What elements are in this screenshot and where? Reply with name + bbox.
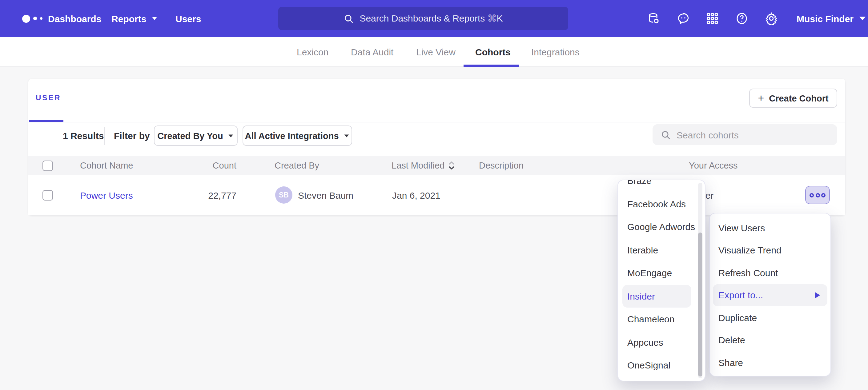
col-last-modified-label: Last Modified	[392, 161, 445, 170]
tab-live-view-label: Live View	[416, 47, 456, 57]
avatar: SB	[275, 186, 292, 204]
brand-logo-icon[interactable]	[22, 0, 42, 37]
nav-users[interactable]: Users	[176, 0, 201, 37]
search-icon	[660, 129, 671, 140]
cohort-name-link[interactable]: Power Users	[80, 175, 133, 215]
active-tab-indicator	[464, 65, 519, 67]
last-modified-value: Jan 6, 2021	[392, 175, 440, 215]
menu-item-visualize-trend[interactable]: Visualize Trend	[710, 239, 831, 261]
chevron-down-icon	[229, 134, 233, 137]
app-root: Dashboards Reports Users Search Dashboar…	[0, 0, 868, 390]
chevron-down-icon	[344, 134, 349, 137]
menu-item-share[interactable]: Share	[710, 351, 831, 374]
col-last-modified[interactable]: Last Modified	[392, 156, 455, 175]
menu-item-view-users[interactable]: View Users	[710, 217, 831, 239]
global-search-input[interactable]: Search Dashboards & Reports ⌘K	[278, 7, 568, 30]
submenu-item-onesignal[interactable]: OneSignal	[618, 354, 705, 377]
tab-live-view[interactable]: Live View	[416, 37, 456, 67]
top-nav: Dashboards Reports Users Search Dashboar…	[0, 0, 868, 37]
col-your-access-label: Your Access	[689, 161, 738, 170]
tab-data-audit-label: Data Audit	[351, 47, 393, 57]
col-cohort-name[interactable]: Cohort Name	[80, 156, 133, 175]
integrations-filter[interactable]: All Active Integrations	[243, 126, 352, 146]
global-search-placeholder: Search Dashboards & Reports ⌘K	[360, 13, 503, 24]
scrollbar-thumb[interactable]	[698, 232, 703, 377]
nav-dashboards[interactable]: Dashboards	[48, 0, 101, 37]
feedback-icon[interactable]	[677, 12, 690, 25]
col-created-by[interactable]: Created By	[275, 156, 319, 175]
more-dots-icon	[821, 193, 826, 197]
col-count-label: Count	[213, 161, 237, 170]
plus-icon: +	[758, 93, 764, 103]
submenu-item-insider[interactable]: Insider	[622, 285, 691, 307]
menu-item-refresh-count[interactable]: Refresh Count	[710, 261, 831, 284]
nav-reports[interactable]: Reports	[112, 0, 157, 37]
col-description[interactable]: Description	[479, 156, 524, 175]
nav-dashboards-label: Dashboards	[48, 13, 101, 24]
table-header: Cohort Name Count Created By Last Modifi…	[28, 156, 845, 175]
menu-item-export-to[interactable]: Export to...	[713, 284, 827, 306]
tab-integrations[interactable]: Integrations	[531, 37, 580, 67]
cohort-count: 22,777	[187, 175, 237, 215]
search-icon	[343, 13, 354, 24]
menu-item-export-to-label: Export to...	[718, 290, 763, 300]
select-all-checkbox[interactable]	[42, 160, 53, 171]
submenu-item-facebook-ads[interactable]: Facebook Ads	[618, 192, 705, 215]
submenu-arrow-icon	[815, 292, 820, 298]
tab-data-audit[interactable]: Data Audit	[351, 37, 393, 67]
cohorts-panel: USER + Create Cohort 1 Results Filter by…	[28, 79, 845, 215]
menu-item-duplicate[interactable]: Duplicate	[710, 306, 831, 329]
export-submenu: Braze Facebook Ads Google Adwords Iterab…	[617, 180, 706, 381]
tab-lexicon[interactable]: Lexicon	[297, 37, 329, 67]
divider	[104, 127, 105, 145]
create-cohort-button[interactable]: + Create Cohort	[749, 89, 837, 108]
created-by-filter-label: Created By You	[157, 131, 223, 140]
col-description-label: Description	[479, 161, 524, 170]
more-dots-icon	[815, 193, 820, 197]
col-cohort-name-label: Cohort Name	[80, 161, 133, 170]
settings-gear-icon[interactable]	[765, 12, 778, 25]
filter-by-label: Filter by	[114, 126, 150, 146]
tab-lexicon-label: Lexicon	[297, 47, 329, 57]
col-created-by-label: Created By	[275, 161, 319, 170]
submenu-item-moengage[interactable]: MoEngage	[618, 261, 705, 285]
divider	[28, 122, 845, 122]
submenu-item-braze[interactable]: Braze	[618, 180, 705, 192]
chevron-down-icon	[859, 17, 865, 20]
apps-grid-icon[interactable]	[706, 12, 719, 25]
avatar-initials: SB	[279, 191, 289, 199]
more-dots-icon	[809, 193, 814, 197]
row-checkbox[interactable]	[42, 190, 53, 200]
data-management-icon[interactable]	[647, 12, 660, 25]
search-cohorts-input[interactable]: Search cohorts	[653, 124, 837, 145]
search-cohorts-placeholder: Search cohorts	[677, 129, 739, 140]
created-by-filter[interactable]: Created By You	[154, 126, 238, 146]
col-count[interactable]: Count	[187, 156, 237, 175]
tab-integrations-label: Integrations	[531, 47, 580, 57]
submenu-item-appcues[interactable]: Appcues	[618, 331, 705, 354]
submenu-item-chameleon[interactable]: Chameleon	[618, 307, 705, 331]
submenu-item-iterable[interactable]: Iterable	[618, 238, 705, 261]
project-name: Music Finder	[797, 13, 854, 24]
chevron-down-icon	[152, 17, 157, 20]
menu-item-delete[interactable]: Delete	[710, 329, 831, 351]
tab-cohorts-label: Cohorts	[475, 47, 510, 57]
nav-reports-label: Reports	[112, 13, 146, 24]
nav-users-label: Users	[176, 13, 201, 24]
created-by-value: Steven Baum	[298, 175, 353, 215]
create-cohort-label: Create Cohort	[769, 93, 828, 103]
integrations-filter-label: All Active Integrations	[245, 131, 339, 140]
project-switcher[interactable]: Music Finder	[797, 0, 865, 37]
submenu-item-google-adwords[interactable]: Google Adwords	[618, 215, 705, 238]
tab-user-cohorts[interactable]: USER	[36, 94, 61, 102]
row-actions-button[interactable]	[805, 186, 830, 204]
cohort-name-text: Power Users	[80, 190, 133, 200]
export-submenu-list: Braze Facebook Ads Google Adwords Iterab…	[618, 180, 705, 377]
table-row: Power Users 22,777 SB Steven Baum Jan 6,…	[28, 175, 845, 215]
results-count: 1 Results	[63, 126, 104, 146]
help-icon[interactable]	[735, 12, 749, 25]
row-context-menu: View Users Visualize Trend Refresh Count…	[709, 213, 831, 377]
sort-icon[interactable]	[448, 161, 455, 170]
tab-cohorts[interactable]: Cohorts	[475, 37, 510, 67]
col-your-access[interactable]: Your Access	[689, 156, 738, 175]
